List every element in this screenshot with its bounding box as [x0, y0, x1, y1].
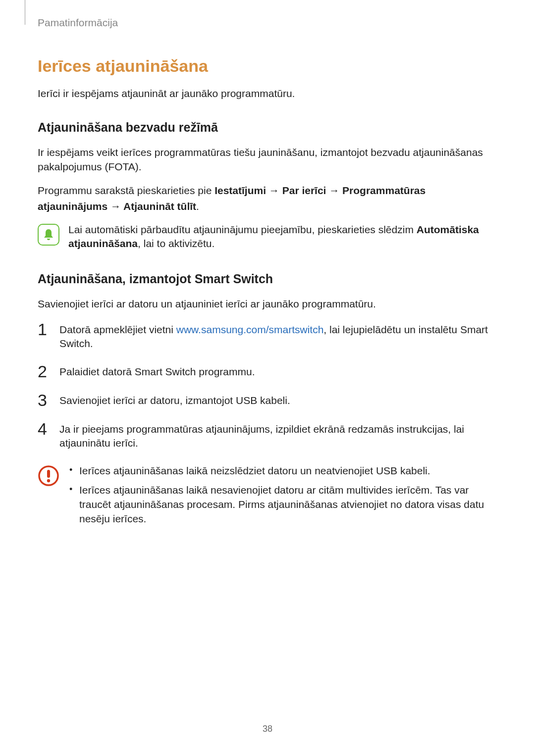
nav-step-update-now: Atjaunināt tūlīt [123, 201, 196, 212]
nav-arrow-1: → [266, 185, 282, 196]
warning-list: Ierīces atjaunināšanas laikā neizslēdzie… [68, 464, 497, 531]
nav-step-settings: Iestatījumi [214, 185, 266, 196]
step-3-text: Savienojiet ierīci ar datoru, izmantojot… [59, 394, 290, 407]
step-2: 2 Palaidiet datorā Smart Switch programm… [38, 365, 497, 380]
page-title: Ierīces atjaunināšana [38, 56, 497, 76]
step-number-2: 2 [38, 363, 50, 380]
svg-rect-1 [47, 470, 50, 478]
note-post: , lai to aktivizētu. [138, 238, 214, 249]
bell-icon [38, 224, 59, 246]
nav-arrow-3: → [107, 201, 123, 212]
section-heading-smartswitch: Atjaunināšana, izmantojot Smart Switch [38, 272, 497, 286]
page-crop-mark [25, 0, 25, 25]
step-number-4: 4 [38, 420, 50, 437]
note-auto-update: Lai automātiski pārbaudītu atjauninājumu… [38, 223, 497, 251]
page-number: 38 [263, 724, 272, 734]
step-4-text: Ja ir pieejams programmatūras atjaunināj… [59, 422, 497, 451]
warning-item-2: Ierīces atjaunināšanas laikā nesavienoji… [68, 483, 497, 526]
nav-prefix: Programmu sarakstā pieskarieties pie [38, 185, 214, 196]
step-3: 3 Savienojiet ierīci ar datoru, izmantoj… [38, 394, 497, 408]
step-1: 1 Datorā apmeklējiet vietni www.samsung.… [38, 323, 497, 351]
smartswitch-link[interactable]: www.samsung.com/smartswitch [176, 324, 324, 335]
note-pre: Lai automātiski pārbaudītu atjauninājumu… [68, 224, 417, 235]
step-1-text: Datorā apmeklējiet vietni www.samsung.co… [59, 323, 497, 351]
svg-point-2 [47, 479, 50, 482]
note-text: Lai automātiski pārbaudītu atjauninājumu… [68, 223, 497, 251]
warning-block: Ierīces atjaunināšanas laikā neizslēdzie… [38, 464, 497, 531]
chapter-header: Pamatinformācija [38, 17, 497, 29]
step-2-text: Palaidiet datorā Smart Switch programmu. [59, 365, 255, 379]
step1-pre: Datorā apmeklējiet vietni [59, 324, 176, 335]
step-number-1: 1 [38, 321, 50, 338]
section-heading-wireless: Atjaunināšana bezvadu režīmā [38, 120, 497, 135]
nav-step-about: Par ierīci [282, 185, 326, 196]
warning-icon [38, 465, 59, 487]
section1-paragraph-1: Ir iespējams veikt ierīces programmatūra… [38, 146, 497, 174]
warning-item-1: Ierīces atjaunināšanas laikā neizslēdzie… [68, 464, 497, 478]
steps-list: 1 Datorā apmeklējiet vietni www.samsung.… [38, 323, 497, 450]
navigation-path: Programmu sarakstā pieskarieties pie Ies… [38, 183, 497, 214]
nav-arrow-2: → [326, 185, 342, 196]
section2-paragraph-1: Savienojiet ierīci ar datoru un atjaunin… [38, 297, 497, 311]
section-smart-switch: Atjaunināšana, izmantojot Smart Switch S… [38, 272, 497, 532]
step-4: 4 Ja ir pieejams programmatūras atjaunin… [38, 422, 497, 451]
nav-end: . [196, 201, 199, 212]
step-number-3: 3 [38, 392, 50, 408]
page-content: Pamatinformācija Ierīces atjaunināšana I… [0, 0, 535, 551]
intro-paragraph: Ierīci ir iespējams atjaunināt ar jaunāk… [38, 87, 497, 101]
